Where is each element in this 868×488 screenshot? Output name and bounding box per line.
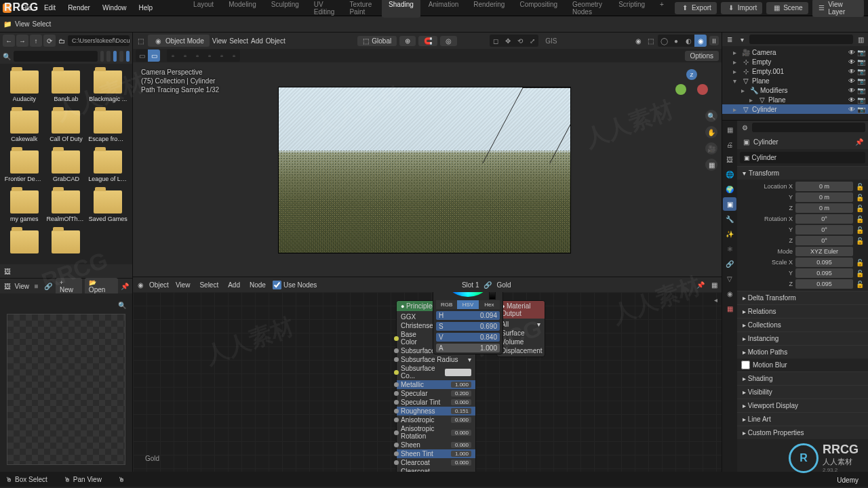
nav-up-button[interactable]: ↑ (30, 35, 42, 47)
material-dropdown[interactable]: Gold (496, 281, 551, 289)
disclosure-icon[interactable]: ▸ (749, 96, 756, 104)
shade-render-icon[interactable]: ◉ (694, 35, 707, 47)
folder-item[interactable]: GrabCAD (46, 148, 87, 185)
display-cols-button[interactable] (106, 51, 110, 62)
folder-item[interactable]: Cakewalk (4, 108, 45, 145)
render-vis-icon[interactable]: 📷 (857, 49, 865, 56)
value-slider[interactable] (489, 292, 496, 300)
ws-scripting[interactable]: Scripting (612, 0, 652, 18)
picker-v[interactable]: V0.840 (436, 333, 500, 342)
tab-rgb[interactable]: RGB (436, 300, 457, 309)
shade-matprev-icon[interactable]: ◐ (682, 35, 694, 47)
vp-object[interactable]: Object (266, 37, 285, 45)
folder-item[interactable]: RealmOfThe... (46, 188, 87, 225)
picker-s[interactable]: S0.690 (436, 322, 500, 331)
eye-icon[interactable]: 👁 (848, 58, 855, 66)
render-vis-icon[interactable]: 📷 (857, 77, 865, 85)
folder-item[interactable]: my games (4, 188, 45, 225)
rot-mode[interactable]: XYZ Euler (795, 247, 853, 256)
outliner-item[interactable]: ▸▽Plane👁📷 (722, 95, 868, 104)
lock-icon[interactable]: 🔓 (856, 237, 864, 245)
gizmo-move-icon[interactable]: ✥ (502, 35, 514, 47)
folder-item[interactable]: Blackmagic ... (87, 68, 128, 105)
node-socket[interactable]: Sheen Tint1.000 (397, 449, 475, 458)
orientation-dropdown[interactable]: ⬚ Global (357, 36, 397, 46)
lock-icon[interactable]: 🔓 (856, 205, 864, 212)
color-wheel[interactable] (441, 292, 495, 297)
object-name-field[interactable]: ▣ Cylinder (740, 152, 865, 163)
imgedit-open[interactable]: 📂 Open (85, 278, 118, 295)
imgedit-pin-icon[interactable]: 📌 (121, 281, 130, 291)
path-field[interactable]: C:\Users\tokeef\Docum... (68, 35, 130, 46)
panel-header[interactable]: ▸ Relations (737, 305, 868, 318)
ptab-data-icon[interactable]: ▽ (723, 272, 736, 285)
filebrowser-icon[interactable]: 📁 (3, 20, 12, 29)
render-vis-icon[interactable]: 📷 (857, 106, 865, 113)
folder-item[interactable]: Saved Games (87, 188, 128, 225)
gizmo-sel-icon[interactable]: ◻ (490, 35, 502, 47)
outliner-item[interactable]: ▸⊹Empty👁📷 (722, 57, 868, 66)
motion-blur-check[interactable]: Motion Blur (741, 360, 864, 370)
node-socket[interactable]: Clearcoat Roughness0.000 (397, 467, 475, 472)
node-socket[interactable]: Specular Tint0.000 (397, 398, 475, 407)
panel-transform-header[interactable]: ▾ Transform (737, 167, 868, 180)
gizmo-x-icon[interactable] (697, 84, 708, 95)
gizmo-scale-icon[interactable]: ⤢ (526, 35, 538, 47)
nav-newdir-button[interactable]: 🗀 (58, 37, 65, 45)
vp-view[interactable]: View (212, 37, 227, 45)
folder-item[interactable]: League of Leg... (87, 148, 128, 185)
folder-item[interactable]: Audacity (4, 68, 45, 105)
eye-icon[interactable]: 👁 (848, 49, 855, 56)
picker-a[interactable]: A1.000 (436, 344, 500, 352)
ws-add[interactable]: + (653, 0, 671, 18)
folder-item[interactable]: Escape from ... (87, 108, 128, 145)
ptab-material-icon[interactable]: ◉ (723, 287, 736, 300)
eye-icon[interactable]: 👁 (848, 77, 855, 85)
outliner-mode-icon[interactable]: ▾ (737, 35, 747, 44)
ptab-constraints-icon[interactable]: 🔗 (723, 257, 736, 270)
lock-icon[interactable]: 🔓 (856, 281, 864, 288)
scale-z[interactable]: 0.095 (795, 279, 853, 289)
tool-cursor-icon[interactable]: ▭ (136, 49, 148, 62)
sub-select[interactable]: Select (33, 20, 52, 28)
menu-help[interactable]: Help (134, 2, 159, 14)
node-socket[interactable]: Roughness0.151 (397, 407, 475, 415)
scale-y[interactable]: 0.095 (795, 268, 853, 278)
outliner-type-icon[interactable]: ≣ (725, 35, 734, 44)
node-material-output[interactable]: ● Material Output All▾ Surface Volume Di… (496, 300, 545, 357)
viewlayer-dropdown[interactable]: ☰View Layer (812, 0, 864, 17)
ne-sidebar-toggle-icon[interactable]: ◂ (714, 296, 717, 304)
ptab-modifiers-icon[interactable]: 🔧 (723, 212, 736, 226)
outliner-filter-icon[interactable]: ▥ (856, 35, 865, 44)
persp-nav-icon[interactable]: ▦ (705, 159, 717, 171)
render-vis-icon[interactable]: 📷 (857, 87, 865, 94)
image-editor-body[interactable]: 🔍 ✋ (0, 293, 132, 472)
loc-z[interactable]: 0 m (795, 203, 853, 213)
disclosure-icon[interactable]: ▸ (741, 87, 748, 94)
snap6-icon[interactable]: ▫ (228, 49, 240, 62)
overlays-icon[interactable]: ◉ (633, 36, 643, 45)
node-socket[interactable]: Subsurface Radius▾ (397, 355, 475, 364)
ptab-viewlayer-icon[interactable]: 🖼 (723, 152, 736, 166)
imgedit-mode-icon[interactable]: ≡ (32, 281, 41, 291)
lock-icon[interactable]: 🔓 (856, 216, 864, 223)
snap3-icon[interactable]: ▫ (191, 49, 203, 62)
outliner-item[interactable]: ▸⊹Empty.001👁📷 (722, 66, 868, 76)
output-displacement[interactable]: Displacement (497, 346, 545, 355)
zoom-nav-icon[interactable]: 🔍 (705, 110, 717, 122)
pause-render-icon[interactable]: ⏸ (709, 36, 719, 45)
ws-animation[interactable]: Animation (422, 0, 465, 18)
disclosure-icon[interactable]: ▸ (733, 49, 740, 56)
node-socket[interactable]: Clearcoat0.000 (397, 458, 475, 467)
nav-back-button[interactable]: ← (3, 35, 15, 47)
ptab-world-icon[interactable]: 🌍 (723, 182, 736, 196)
lock-icon[interactable]: 🔓 (856, 194, 864, 201)
ws-geonodes[interactable]: Geometry Nodes (566, 0, 610, 18)
output-surface[interactable]: Surface (497, 329, 545, 338)
imgedit-view[interactable]: View (15, 283, 30, 290)
tab-hex[interactable]: Hex (479, 300, 500, 309)
node-socket[interactable]: Specular0.200 (397, 389, 475, 398)
use-nodes-checkbox[interactable]: Use Nodes (273, 281, 317, 289)
proportional-dropdown[interactable]: ◎ (440, 36, 457, 46)
disclosure-icon[interactable]: ▸ (733, 68, 740, 75)
